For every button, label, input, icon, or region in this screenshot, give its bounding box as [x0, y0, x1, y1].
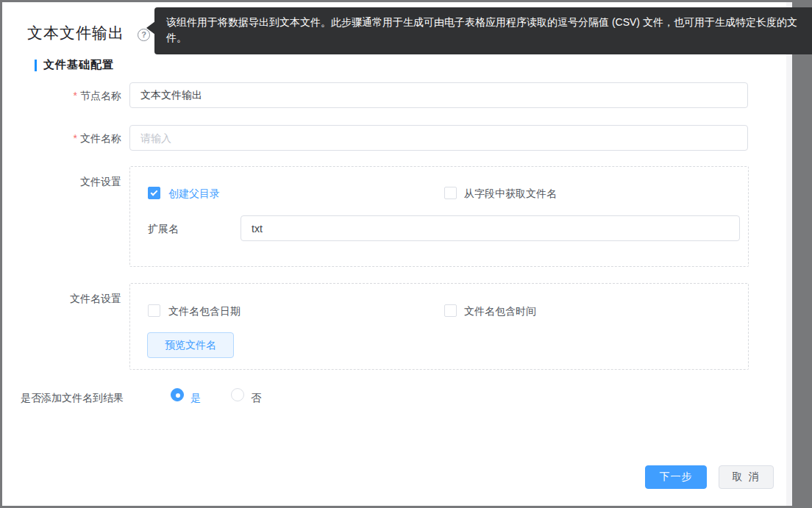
- next-step-button[interactable]: 下一步: [645, 465, 707, 489]
- section-title: 文件基础配置: [43, 58, 114, 72]
- dialog-title: 文本文件输出: [27, 23, 124, 43]
- radio-yes[interactable]: [171, 388, 184, 401]
- tooltip-text: 该组件用于将数据导出到文本文件。此步骤通常用于生成可由电子表格应用程序读取的逗号…: [166, 16, 797, 43]
- file-name-label-text: 文件名称: [80, 132, 121, 144]
- checkbox-include-time[interactable]: [444, 304, 457, 317]
- file-settings-label: 文件设置: [2, 174, 121, 189]
- file-name-input[interactable]: [129, 125, 748, 151]
- filename-settings-label: 文件名设置: [2, 291, 121, 306]
- checkbox-include-date[interactable]: [148, 304, 160, 317]
- filename-from-field-label[interactable]: 从字段中获取文件名: [464, 187, 557, 200]
- node-name-label-text: 节点名称: [80, 90, 121, 101]
- section-accent-bar: [35, 60, 37, 71]
- text-file-output-dialog: 文本文件输出 ? 文件基础配置 *节点名称 *文件名称 文件设置 创建父目录 从…: [2, 2, 792, 506]
- extension-input[interactable]: [241, 215, 740, 241]
- checkbox-filename-from-field[interactable]: [444, 187, 457, 199]
- node-name-label: *节点名称: [2, 88, 121, 103]
- tooltip-arrow-icon: [146, 21, 155, 35]
- required-asterisk: *: [74, 90, 77, 101]
- add-filename-to-result-label: 是否添加文件名到结果: [21, 390, 124, 405]
- radio-no[interactable]: [231, 388, 244, 401]
- file-name-label: *文件名称: [2, 131, 121, 146]
- radio-yes-label[interactable]: 是: [190, 390, 201, 405]
- preview-filename-button[interactable]: 预览文件名: [147, 332, 234, 358]
- include-time-label[interactable]: 文件名包含时间: [464, 305, 536, 318]
- section-header-file-basic-config: 文件基础配置: [35, 58, 114, 72]
- radio-no-label[interactable]: 否: [251, 390, 261, 405]
- required-asterisk: *: [74, 132, 77, 144]
- checkbox-create-parent-dir[interactable]: [148, 187, 160, 199]
- create-parent-dir-label[interactable]: 创建父目录: [168, 187, 220, 200]
- help-tooltip: 该组件用于将数据导出到文本文件。此步骤通常用于生成可由电子表格应用程序读取的逗号…: [154, 7, 812, 54]
- dialog-scrollbar-track[interactable]: [786, 2, 792, 506]
- check-icon: [151, 189, 158, 196]
- node-name-input[interactable]: [129, 82, 748, 108]
- include-date-label[interactable]: 文件名包含日期: [168, 305, 241, 318]
- cancel-button[interactable]: 取 消: [719, 465, 774, 489]
- extension-label: 扩展名: [148, 221, 179, 236]
